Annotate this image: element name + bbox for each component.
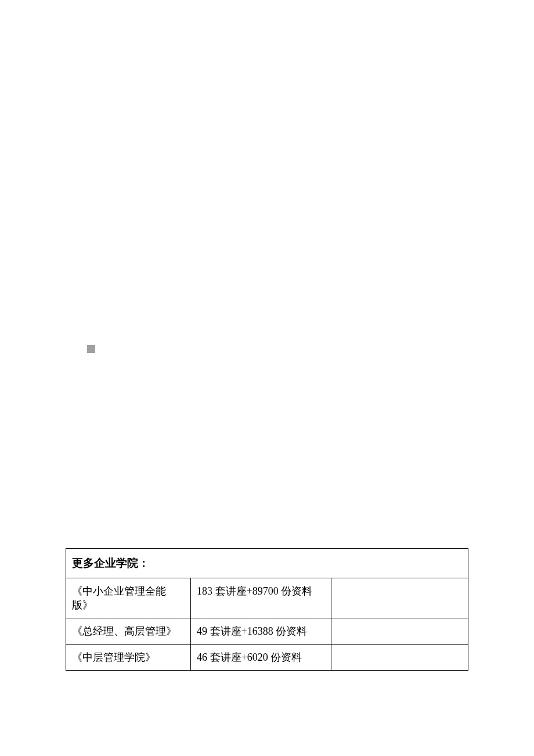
empty-cell (331, 618, 468, 644)
table-row: 《中小企业管理全能版》 183 套讲座+89700 份资料 (66, 578, 468, 618)
empty-cell (331, 578, 468, 618)
institute-detail: 183 套讲座+89700 份资料 (191, 578, 331, 618)
institute-name: 《中小企业管理全能版》 (66, 578, 191, 618)
decorative-square (87, 345, 95, 353)
institute-detail: 46 套讲座+6020 份资料 (191, 645, 331, 670)
institute-detail: 49 套讲座+16388 份资料 (191, 618, 331, 644)
table-row: 《总经理、高层管理》 49 套讲座+16388 份资料 (66, 618, 468, 645)
empty-cell (331, 645, 468, 670)
table-header: 更多企业学院： (66, 549, 468, 578)
table-row: 《中层管理学院》 46 套讲座+6020 份资料 (66, 645, 468, 670)
institute-name: 《中层管理学院》 (66, 645, 191, 670)
institute-name: 《总经理、高层管理》 (66, 618, 191, 644)
institute-table: 更多企业学院： 《中小企业管理全能版》 183 套讲座+89700 份资料 《总… (66, 548, 468, 671)
